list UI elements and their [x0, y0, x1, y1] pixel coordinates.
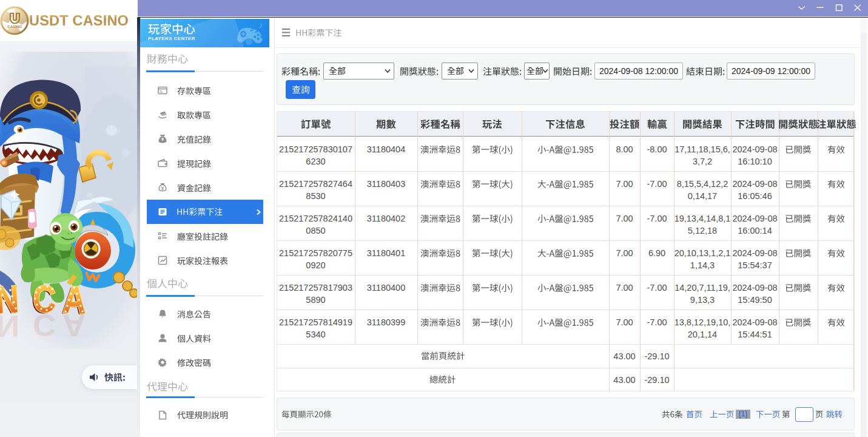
svg-text:USDT CASINO: USDT CASINO [29, 13, 129, 29]
svg-text:C: C [33, 308, 56, 342]
svg-text:N: N [0, 309, 19, 344]
svg-text:A: A [62, 308, 86, 343]
svg-text:CASINO: CASINO [7, 25, 22, 29]
